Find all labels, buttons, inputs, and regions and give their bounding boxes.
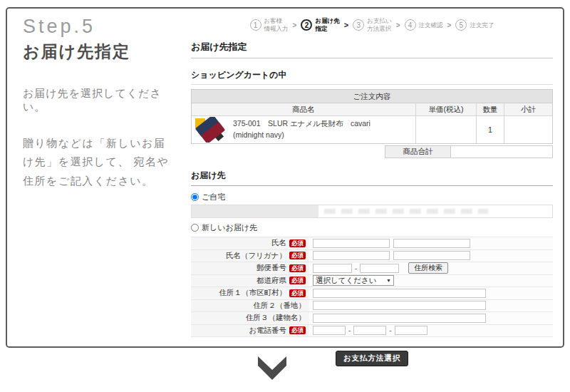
home-address-name-cell [192, 205, 318, 217]
form-row-name-kana: 氏名（フリガナ） 必須 [191, 250, 553, 263]
zip-code-input-1[interactable] [313, 264, 352, 273]
stepper-arrow-icon: > [293, 21, 297, 29]
step-label-2: お届け先 指定 [315, 17, 339, 32]
prefecture-label: 都道府県 [256, 276, 286, 286]
stepper-step-complete: 5 注文完了 [455, 19, 494, 31]
first-name-input[interactable] [393, 239, 470, 248]
step-title: お届け先指定 [23, 41, 178, 63]
column-unit-price: 単価(税込) [415, 103, 476, 115]
step-label-3: お支払い 方法選択 [367, 17, 391, 32]
stepper-step-customer-info: 1 お客様 情報入力 [250, 17, 289, 32]
cart-section-heading: ショッピングカートの中 [191, 69, 553, 85]
new-address-label: 新しいお届け先 [202, 222, 257, 233]
address2-input[interactable] [313, 301, 486, 310]
phone-input-3[interactable] [395, 326, 428, 335]
chevron-down-icon: ▼ [386, 278, 391, 283]
submit-area: お支払方法選択 [191, 351, 553, 366]
address2-label: 住所２（番地） [254, 301, 306, 311]
stepper-step-payment: 3 お支払い 方法選択 [353, 17, 391, 32]
step-label-5: 注文完了 [470, 21, 494, 29]
new-address-radio[interactable] [191, 224, 199, 232]
product-thumbnail [195, 117, 226, 143]
instruction-paragraph-2: 贈り物などは「新しいお届け先」を選択して、 宛名や住所をご記入ください。 [23, 134, 177, 190]
required-badge: 必須 [289, 326, 306, 334]
last-name-input[interactable] [313, 239, 390, 248]
address3-input[interactable] [313, 314, 486, 323]
home-address-radio[interactable] [191, 193, 199, 201]
order-total-label: 商品合計 [385, 145, 451, 158]
address3-label: 住所３（建物名） [246, 313, 306, 323]
subtotal-cell [504, 116, 552, 143]
zip-label: 郵便番号 [256, 263, 286, 273]
quantity-cell: 1 [476, 116, 504, 143]
last-name-kana-input[interactable] [313, 251, 390, 260]
delivery-option-home: ご自宅 [191, 192, 553, 202]
prefecture-select[interactable]: 選択してください ▼ [313, 275, 394, 286]
page-title: お届け先指定 [191, 41, 553, 58]
chevron-down-icon [258, 356, 286, 380]
stepper-step-delivery: 2 お届け先 指定 [301, 17, 339, 32]
form-row-phone: お電話番号 必須 - - [191, 325, 553, 338]
order-table-header: ご注文内容 [192, 90, 552, 103]
stepper-arrow-icon: > [396, 21, 400, 29]
form-row-address1: 住所１（市区町村） 必須 [191, 287, 553, 300]
step-label-1: お客様 情報入力 [264, 17, 289, 32]
form-row-prefecture: 都道府県 必須 選択してください ▼ [191, 275, 553, 288]
home-address-label: ご自宅 [202, 192, 225, 202]
required-badge: 必須 [289, 289, 306, 297]
delivery-option-new: 新しいお届け先 [191, 222, 553, 233]
step-number-label: Step.5 [23, 16, 178, 38]
step-circle-3: 3 [353, 19, 364, 31]
order-table: ご注文内容 商品名 単価(税込) 数量 小計 375-001 SLUR エナメル… [191, 89, 553, 144]
required-badge: 必須 [289, 264, 306, 272]
new-address-form: 氏名 必須 氏名（フリガナ） 必須 [191, 237, 553, 337]
checkout-progress-stepper: 1 お客様 情報入力 > 2 お届け先 指定 > 3 お支払い 方法選択 [191, 16, 553, 34]
name-label: 氏名 [271, 238, 286, 248]
form-row-zip: 郵便番号 必須 - 住所検索 [191, 262, 553, 275]
phone-label: お電話番号 [249, 326, 286, 336]
instruction-paragraph-1: お届け先を選択してください。 [23, 87, 178, 114]
delivery-section-heading: お届け先 [191, 170, 553, 186]
column-quantity: 数量 [476, 103, 504, 115]
stepper-arrow-icon: > [344, 21, 348, 29]
address1-label: 住所１（市区町村） [219, 288, 287, 298]
form-row-address2: 住所２（番地） [191, 300, 553, 313]
redacted-address-text [324, 209, 488, 214]
unit-price-cell [415, 116, 476, 143]
step-circle-1: 1 [250, 19, 261, 31]
order-total-value [451, 145, 553, 158]
product-name: 375-001 SLUR エナメル長財布 cavari (midnight na… [233, 118, 370, 141]
address-search-button[interactable]: 住所検索 [408, 262, 448, 274]
order-table-columns: 商品名 単価(税込) 数量 小計 [192, 103, 552, 116]
home-address-display [191, 205, 553, 218]
main-content: 1 お客様 情報入力 > 2 お届け先 指定 > 3 お支払い 方法選択 [191, 14, 553, 366]
form-row-name: 氏名 必須 [191, 237, 553, 250]
step-label-4: 注文確認 [419, 21, 443, 29]
required-badge: 必須 [289, 277, 306, 284]
form-row-address3: 住所３（建物名） [191, 312, 553, 325]
stepper-step-confirm: 4 注文確認 [405, 19, 443, 31]
required-badge: 必須 [289, 252, 306, 259]
step-description-panel: Step.5 お届け先指定 お届け先を選択してください。 贈り物などは「新しいお… [23, 16, 178, 190]
home-address-value-cell [318, 205, 552, 217]
select-payment-method-button[interactable]: お支払方法選択 [336, 351, 409, 366]
order-total-row: 商品合計 [385, 145, 553, 158]
table-row: 375-001 SLUR エナメル長財布 cavari (midnight na… [192, 116, 552, 143]
required-badge: 必須 [289, 239, 306, 247]
step-circle-2: 2 [301, 19, 312, 31]
first-name-kana-input[interactable] [393, 251, 470, 260]
phone-input-1[interactable] [313, 326, 346, 335]
step-circle-5: 5 [455, 19, 467, 31]
name-kana-label: 氏名（フリガナ） [226, 251, 286, 261]
phone-input-2[interactable] [353, 326, 386, 335]
column-subtotal: 小計 [504, 103, 552, 115]
column-product-name: 商品名 [192, 103, 415, 115]
checkout-panel: Step.5 お届け先指定 お届け先を選択してください。 贈り物などは「新しいお… [6, 7, 564, 348]
step-circle-4: 4 [405, 19, 416, 31]
address1-input[interactable] [313, 289, 486, 298]
zip-code-input-2[interactable] [360, 264, 399, 273]
product-name-cell: 375-001 SLUR エナメル長財布 cavari (midnight na… [192, 116, 415, 143]
stepper-arrow-icon: > [447, 21, 452, 29]
